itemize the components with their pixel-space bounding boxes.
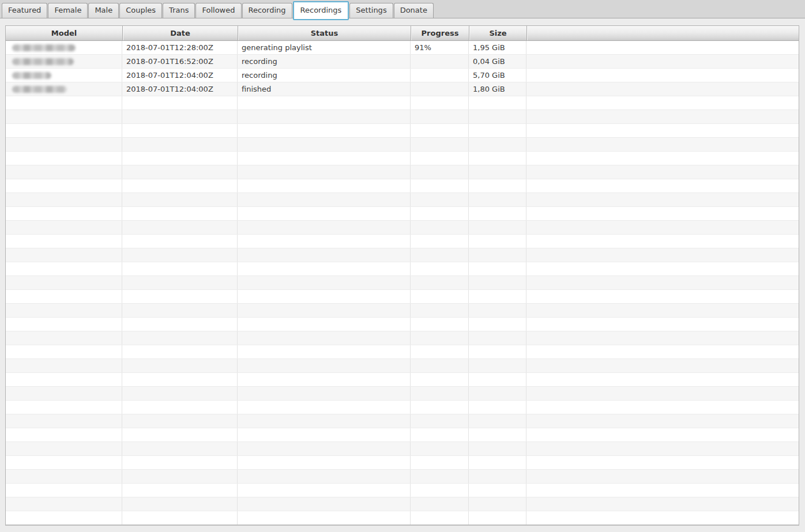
cell-date <box>122 470 238 483</box>
cell-model <box>6 152 122 165</box>
cell-progress <box>411 359 469 372</box>
tab-featured[interactable]: Featured <box>2 3 47 18</box>
cell-filler <box>526 484 799 497</box>
cell-date: 2018-07-01T12:04:00Z <box>122 69 238 82</box>
cell-status: generating playlist <box>238 41 411 54</box>
tab-followed[interactable]: Followed <box>195 3 241 18</box>
cell-progress <box>411 470 469 483</box>
cell-filler <box>526 124 799 137</box>
column-header-date[interactable]: Date <box>122 26 238 40</box>
cell-status <box>238 497 411 511</box>
cell-date <box>122 373 238 386</box>
cell-date <box>122 165 238 179</box>
empty-row <box>6 373 799 387</box>
tab-recordings[interactable]: Recordings <box>293 1 349 20</box>
cell-date <box>122 414 238 428</box>
empty-row <box>6 497 799 511</box>
empty-row <box>6 110 799 124</box>
cell-date <box>122 387 238 400</box>
cell-progress <box>411 318 469 331</box>
cell-filler <box>526 165 799 179</box>
cell-size <box>469 401 526 414</box>
table-row[interactable]: 2018-07-01T12:04:00Zfinished1,80 GiB <box>6 82 799 96</box>
cell-filler <box>526 442 799 455</box>
cell-date: 2018-07-01T16:52:00Z <box>122 55 238 68</box>
empty-row <box>6 262 799 276</box>
cell-status <box>238 414 411 428</box>
empty-row <box>6 179 799 193</box>
cell-size <box>469 497 526 511</box>
table-row[interactable]: 2018-07-01T16:52:00Zrecording0,04 GiB <box>6 55 799 69</box>
cell-date <box>122 428 238 442</box>
cell-date <box>122 442 238 455</box>
cell-status <box>238 331 411 345</box>
column-header-model[interactable]: Model <box>6 26 122 40</box>
cell-status <box>238 373 411 386</box>
cell-status <box>238 318 411 331</box>
cell-filler <box>526 497 799 511</box>
tab-female[interactable]: Female <box>48 3 88 18</box>
cell-size <box>469 207 526 220</box>
cell-progress <box>411 165 469 179</box>
cell-date <box>122 401 238 414</box>
cell-progress <box>411 207 469 220</box>
cell-filler <box>526 290 799 303</box>
cell-filler <box>526 304 799 317</box>
cell-date <box>122 248 238 262</box>
tab-recording[interactable]: Recording <box>242 3 292 18</box>
cell-progress <box>411 304 469 317</box>
cell-filler <box>526 110 799 123</box>
cell-status <box>238 248 411 262</box>
cell-model <box>6 331 122 345</box>
cell-model <box>6 55 122 68</box>
cell-progress <box>411 290 469 303</box>
column-header-size[interactable]: Size <box>469 26 526 40</box>
empty-row <box>6 331 799 345</box>
cell-filler <box>526 193 799 206</box>
cell-size <box>469 262 526 276</box>
empty-row <box>6 318 799 331</box>
tab-couples[interactable]: Couples <box>119 3 162 18</box>
column-header-status[interactable]: Status <box>238 26 411 40</box>
cell-progress <box>411 262 469 276</box>
cell-size <box>469 193 526 206</box>
cell-size <box>469 276 526 289</box>
cell-date: 2018-07-01T12:28:00Z <box>122 41 238 54</box>
column-header-progress[interactable]: Progress <box>411 26 469 40</box>
cell-status <box>238 124 411 137</box>
cell-progress <box>411 152 469 165</box>
cell-model <box>6 401 122 414</box>
cell-size <box>469 235 526 248</box>
cell-filler <box>526 82 799 96</box>
cell-date <box>122 152 238 165</box>
tab-donate[interactable]: Donate <box>394 3 434 18</box>
table-row[interactable]: 2018-07-01T12:04:00Zrecording5,70 GiB <box>6 69 799 82</box>
cell-filler <box>526 318 799 331</box>
cell-status <box>238 138 411 151</box>
cell-status <box>238 235 411 248</box>
cell-status <box>238 442 411 455</box>
cell-status <box>238 470 411 483</box>
cell-filler <box>526 41 799 54</box>
tab-settings[interactable]: Settings <box>349 3 393 18</box>
empty-row <box>6 138 799 152</box>
cell-size <box>469 373 526 386</box>
empty-row <box>6 235 799 248</box>
cell-status <box>238 345 411 359</box>
cell-size <box>469 387 526 400</box>
empty-row <box>6 401 799 414</box>
empty-row <box>6 511 799 525</box>
table-row[interactable]: 2018-07-01T12:28:00Zgenerating playlist9… <box>6 41 799 55</box>
cell-size <box>469 456 526 469</box>
cell-date <box>122 221 238 234</box>
cell-progress <box>411 414 469 428</box>
cell-model <box>6 373 122 386</box>
column-header-filler <box>526 26 799 40</box>
tab-trans[interactable]: Trans <box>163 3 195 18</box>
cell-filler <box>526 456 799 469</box>
cell-progress <box>411 138 469 151</box>
tab-male[interactable]: Male <box>88 3 119 18</box>
cell-filler <box>526 373 799 386</box>
app-window: { "tab_bar": { "tabs": ["Featured", "Fem… <box>0 0 805 532</box>
cell-model <box>6 511 122 525</box>
